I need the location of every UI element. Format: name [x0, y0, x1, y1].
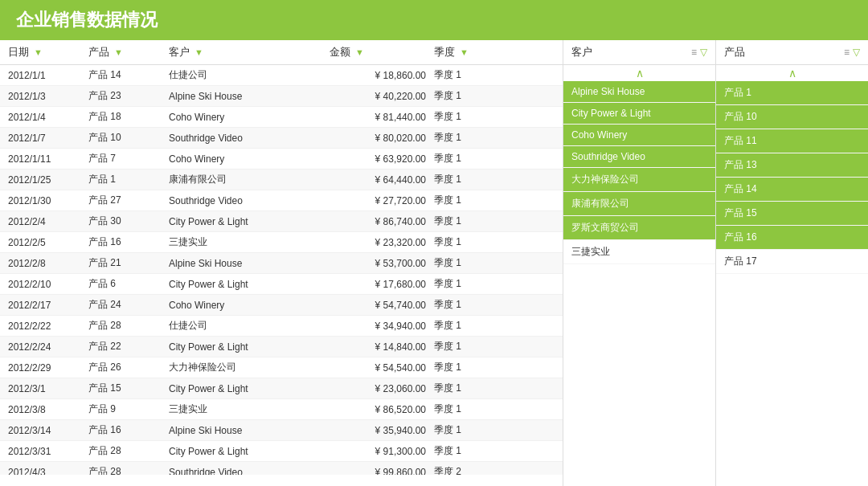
product-filter-item[interactable]: 产品 11 — [716, 129, 868, 153]
cell-date: 2012/1/7 — [8, 133, 88, 144]
product-filter-icon[interactable]: ▽ — [853, 47, 860, 58]
cell-amount: ¥ 54,540.00 — [330, 362, 434, 374]
customer-sort-icon[interactable]: ≡ — [691, 47, 697, 58]
customer-filter-item[interactable]: Alpine Ski House — [563, 81, 715, 103]
product-filter-item[interactable]: 产品 1 — [716, 81, 868, 105]
cell-customer: 大力神保险公司 — [169, 361, 330, 374]
table-header: 日期 ▼ 产品 ▼ 客户 ▼ 金额 ▼ 季度 ▼ — [0, 40, 563, 65]
cell-date: 2012/4/3 — [8, 467, 88, 476]
customer-filter-label: 客户 — [571, 45, 592, 59]
sort-product-icon[interactable]: ▼ — [114, 47, 123, 57]
table-row: 2012/1/7 产品 10 Southridge Video ¥ 80,020… — [0, 128, 563, 149]
customer-scroll-up[interactable]: ∧ — [634, 65, 645, 81]
cell-amount: ¥ 40,220.00 — [330, 91, 434, 102]
cell-amount: ¥ 54,740.00 — [330, 300, 434, 311]
cell-product: 产品 18 — [88, 110, 169, 124]
customer-filter-item[interactable]: 康浦有限公司 — [563, 192, 715, 216]
product-filter-label: 产品 — [724, 45, 745, 59]
table-row: 2012/2/24 产品 22 City Power & Light ¥ 14,… — [0, 337, 563, 357]
sort-customer-icon[interactable]: ▼ — [194, 47, 203, 57]
col-quarter[interactable]: 季度 ▼ — [434, 45, 498, 59]
cell-date: 2012/2/29 — [8, 362, 88, 374]
sort-quarter-icon[interactable]: ▼ — [460, 47, 469, 57]
cell-quarter: 季度 1 — [434, 194, 498, 207]
cell-customer: 三捷实业 — [169, 235, 330, 249]
cell-product: 产品 30 — [88, 214, 169, 228]
cell-product: 产品 28 — [88, 319, 169, 333]
sort-date-icon[interactable]: ▼ — [34, 47, 43, 57]
product-filter-item[interactable]: 产品 16 — [716, 226, 868, 250]
cell-product: 产品 15 — [88, 382, 169, 395]
cell-quarter: 季度 1 — [434, 340, 498, 353]
customer-filter-item[interactable]: 罗斯文商贸公司 — [563, 216, 715, 240]
cell-date: 2012/1/25 — [8, 174, 88, 186]
right-panel: 客户 ≡ ▽ ∧ Alpine Ski HouseCity Power & Li… — [563, 40, 868, 486]
product-filter-panel: 产品 ≡ ▽ ∧ 产品 1产品 10产品 11产品 13产品 14产品 15产品… — [716, 40, 868, 486]
sort-amount-icon[interactable]: ▼ — [355, 47, 364, 57]
customer-filter-icon[interactable]: ▽ — [700, 47, 707, 58]
table-row: 2012/1/4 产品 18 Coho Winery ¥ 81,440.00 季… — [0, 107, 563, 128]
table-row: 2012/1/30 产品 27 Southridge Video ¥ 27,72… — [0, 190, 563, 211]
cell-quarter: 季度 1 — [434, 256, 498, 270]
product-scroll-up[interactable]: ∧ — [787, 65, 798, 81]
table-row: 2012/1/25 产品 1 康浦有限公司 ¥ 64,440.00 季度 1 — [0, 169, 563, 190]
app-container: 企业销售数据情况 日期 ▼ 产品 ▼ 客户 ▼ 金额 ▼ — [0, 0, 868, 486]
customer-filter-item[interactable]: 三捷实业 — [563, 240, 715, 264]
col-product[interactable]: 产品 ▼ — [88, 45, 169, 59]
cell-amount: ¥ 80,020.00 — [330, 133, 434, 144]
col-customer[interactable]: 客户 ▼ — [169, 45, 330, 59]
page-header: 企业销售数据情况 — [0, 0, 868, 40]
table-row: 2012/2/22 产品 28 仕捷公司 ¥ 34,940.00 季度 1 — [0, 316, 563, 337]
table-row: 2012/2/29 产品 26 大力神保险公司 ¥ 54,540.00 季度 1 — [0, 357, 563, 378]
cell-quarter: 季度 2 — [434, 465, 498, 475]
cell-quarter: 季度 1 — [434, 110, 498, 124]
cell-customer: City Power & Light — [169, 341, 330, 353]
customer-filter-icons: ≡ ▽ — [691, 47, 707, 58]
cell-amount: ¥ 63,920.00 — [330, 153, 434, 165]
cell-customer: Alpine Ski House — [169, 91, 330, 102]
cell-amount: ¥ 17,680.00 — [330, 279, 434, 290]
cell-customer: Coho Winery — [169, 300, 330, 311]
product-filter-item[interactable]: 产品 14 — [716, 178, 868, 202]
cell-quarter: 季度 1 — [434, 214, 498, 228]
cell-date: 2012/2/5 — [8, 237, 88, 248]
cell-quarter: 季度 1 — [434, 277, 498, 291]
customer-filter-panel: 客户 ≡ ▽ ∧ Alpine Ski HouseCity Power & Li… — [563, 40, 715, 486]
cell-amount: ¥ 14,840.00 — [330, 341, 434, 353]
cell-quarter: 季度 1 — [434, 298, 498, 312]
table-row: 2012/1/1 产品 14 仕捷公司 ¥ 18,860.00 季度 1 — [0, 65, 563, 86]
table-row: 2012/3/8 产品 9 三捷实业 ¥ 86,520.00 季度 1 — [0, 399, 563, 420]
cell-customer: City Power & Light — [169, 446, 330, 457]
table-body: 2012/1/1 产品 14 仕捷公司 ¥ 18,860.00 季度 1 201… — [0, 65, 563, 475]
product-filter-item[interactable]: 产品 15 — [716, 202, 868, 226]
table-row: 2012/1/3 产品 23 Alpine Ski House ¥ 40,220… — [0, 86, 563, 107]
cell-date: 2012/2/24 — [8, 341, 88, 353]
cell-customer: Southridge Video — [169, 195, 330, 206]
table-row: 2012/2/8 产品 21 Alpine Ski House ¥ 53,700… — [0, 253, 563, 274]
table-row: 2012/2/5 产品 16 三捷实业 ¥ 23,320.00 季度 1 — [0, 232, 563, 253]
product-filter-header: 产品 ≡ ▽ — [716, 40, 868, 65]
customer-filter-item[interactable]: Coho Winery — [563, 125, 715, 146]
col-date[interactable]: 日期 ▼ — [8, 45, 88, 59]
table-row: 2012/4/3 产品 28 Southridge Video ¥ 99,860… — [0, 462, 563, 475]
product-filter-item[interactable]: 产品 10 — [716, 105, 868, 129]
col-amount[interactable]: 金额 ▼ — [330, 45, 434, 59]
cell-product: 产品 6 — [88, 277, 169, 291]
cell-date: 2012/2/8 — [8, 258, 88, 269]
cell-product: 产品 22 — [88, 340, 169, 353]
cell-quarter: 季度 1 — [434, 402, 498, 416]
product-filter-item[interactable]: 产品 17 — [716, 250, 868, 274]
cell-amount: ¥ 35,940.00 — [330, 425, 434, 436]
cell-product: 产品 28 — [88, 465, 169, 475]
cell-amount: ¥ 86,520.00 — [330, 404, 434, 415]
product-filter-list: 产品 1产品 10产品 11产品 13产品 14产品 15产品 16产品 17 — [716, 81, 868, 486]
table-row: 2012/3/31 产品 28 City Power & Light ¥ 91,… — [0, 441, 563, 462]
cell-customer: Coho Winery — [169, 153, 330, 165]
customer-filter-item[interactable]: 大力神保险公司 — [563, 168, 715, 192]
customer-filter-item[interactable]: City Power & Light — [563, 103, 715, 125]
product-sort-icon[interactable]: ≡ — [844, 47, 850, 58]
table-row: 2012/3/14 产品 16 Alpine Ski House ¥ 35,94… — [0, 420, 563, 441]
customer-filter-item[interactable]: Southridge Video — [563, 146, 715, 168]
product-filter-item[interactable]: 产品 13 — [716, 153, 868, 178]
cell-product: 产品 27 — [88, 194, 169, 207]
